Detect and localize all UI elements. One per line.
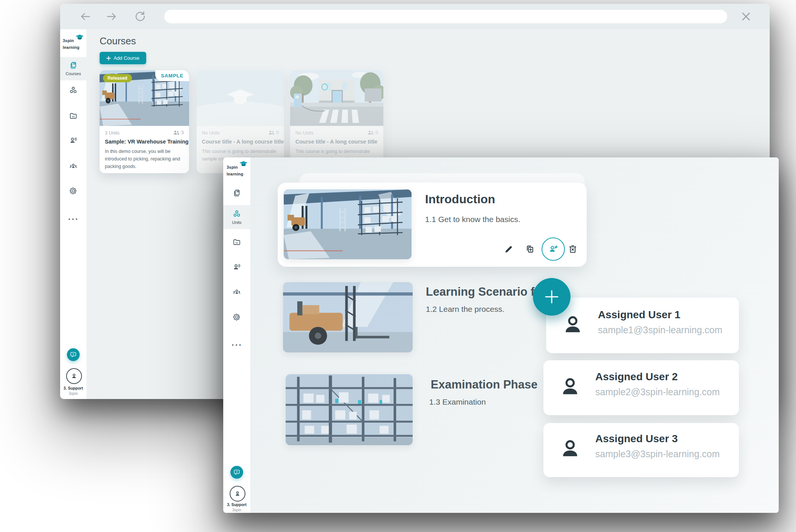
account-org: 3spin bbox=[223, 508, 250, 512]
address-bar-input[interactable] bbox=[164, 10, 727, 23]
brand-line2: learning bbox=[227, 172, 243, 176]
groups-icon[interactable] bbox=[69, 162, 78, 171]
people-count-icon bbox=[368, 130, 374, 135]
user-icon bbox=[558, 437, 582, 461]
svg-text:?: ? bbox=[73, 353, 74, 356]
courses-book-icon[interactable] bbox=[232, 189, 241, 198]
sidebar-item-units[interactable]: Units bbox=[223, 205, 250, 229]
sidebar-item-courses[interactable]: Courses bbox=[60, 57, 86, 80]
avatar-icon[interactable] bbox=[230, 486, 245, 502]
add-course-button[interactable]: Add Course bbox=[100, 52, 146, 64]
delete-trash-icon[interactable] bbox=[566, 243, 579, 255]
units-count: No Units bbox=[202, 130, 220, 136]
settings-gear-icon[interactable] bbox=[69, 186, 78, 195]
units-count: 3 Units bbox=[105, 130, 120, 136]
course-title: Sample: VR Warehouse Training bbox=[105, 139, 189, 145]
media-folder-icon[interactable] bbox=[69, 111, 78, 120]
duplicate-icon[interactable] bbox=[524, 243, 536, 255]
units-nodes-icon[interactable] bbox=[69, 86, 78, 95]
settings-gear-icon[interactable] bbox=[232, 313, 241, 322]
assigned-user-email: sample3@3spin-learning.com bbox=[595, 449, 720, 459]
assigned-count-group: 0 bbox=[268, 130, 279, 135]
assign-user-button[interactable] bbox=[542, 237, 565, 261]
people-count-icon bbox=[268, 130, 275, 135]
assigned-user-email: sample2@3spin-learning.com bbox=[595, 387, 720, 397]
plus-icon bbox=[543, 289, 560, 305]
forward-arrow-icon[interactable] bbox=[106, 11, 117, 22]
assigned-user-card[interactable]: Assigned User 1 sample1@3spin-learning.c… bbox=[546, 298, 739, 353]
back-sidebar: 3spin learning Courses bbox=[60, 29, 86, 399]
unit-thumbnail[interactable] bbox=[286, 374, 413, 445]
more-dots-icon[interactable]: ••• bbox=[223, 342, 250, 348]
assigned-count: 3 bbox=[181, 130, 184, 135]
units-nodes-icon bbox=[232, 209, 241, 218]
reload-icon[interactable] bbox=[135, 11, 146, 22]
sidebar-item-courses-label: Courses bbox=[60, 71, 86, 76]
unit-subtitle: 1.3 Examination bbox=[429, 397, 486, 407]
unit-subtitle: 1.1 Get to know the basics. bbox=[425, 215, 520, 224]
course-title: Course title - A long course title bbox=[295, 139, 377, 145]
sidebar-item-units-label: Units bbox=[223, 220, 250, 225]
course-card[interactable]: Released SAMPLE 3 Units 3 Sample: VR War… bbox=[100, 70, 189, 173]
users-icon[interactable] bbox=[69, 136, 78, 145]
back-arrow-icon[interactable] bbox=[80, 11, 91, 22]
front-sidebar: 3spin learning Units bbox=[223, 157, 250, 513]
status-badge: Released bbox=[103, 74, 132, 82]
unit-thumbnail[interactable] bbox=[284, 189, 412, 259]
unit-subtitle: 1.2 Learn the process. bbox=[426, 305, 504, 314]
units-count: No Units bbox=[295, 130, 313, 136]
front-window: 3spin learning Units bbox=[223, 157, 779, 513]
add-course-label: Add Course bbox=[113, 55, 139, 61]
assigned-user-card[interactable]: Assigned User 2 sample2@3spin-learning.c… bbox=[543, 360, 739, 415]
user-icon bbox=[558, 375, 582, 399]
account-name: 3. Support bbox=[223, 502, 250, 507]
assign-user-icon bbox=[548, 244, 558, 254]
unit-thumbnail[interactable] bbox=[283, 282, 413, 352]
unit-title: Introduction bbox=[425, 192, 495, 206]
plus-icon bbox=[106, 56, 111, 60]
brand-logo: 3spin learning bbox=[63, 35, 85, 51]
courses-book-icon bbox=[69, 61, 78, 70]
users-icon[interactable] bbox=[232, 263, 241, 272]
add-unit-fab[interactable] bbox=[533, 278, 571, 316]
course-title: Course title - A long course title bbox=[202, 139, 284, 145]
user-icon bbox=[561, 313, 584, 337]
assigned-user-name: Assigned User 1 bbox=[598, 309, 680, 321]
people-count-icon bbox=[173, 130, 180, 135]
assigned-count: 0 bbox=[375, 130, 378, 135]
help-bubble-icon[interactable]: ? bbox=[230, 466, 243, 479]
sample-tag: SAMPLE bbox=[155, 70, 189, 81]
media-folder-icon[interactable] bbox=[232, 237, 241, 246]
assigned-user-name: Assigned User 2 bbox=[595, 371, 678, 383]
course-thumbnail bbox=[290, 70, 383, 126]
screenshot-stage: 3spin learning Courses bbox=[0, 0, 796, 532]
more-dots-icon[interactable]: ••• bbox=[60, 216, 86, 222]
graduation-cap-icon bbox=[239, 161, 248, 167]
help-bubble-icon[interactable]: ? bbox=[67, 348, 80, 361]
front-content: Introduction 1.1 Get to know the basics. bbox=[250, 157, 779, 513]
brand-line1: 3spin bbox=[227, 165, 238, 169]
close-icon[interactable] bbox=[741, 12, 751, 21]
account-org: 3spin bbox=[60, 391, 86, 396]
assigned-user-email: sample1@3spin-learning.com bbox=[598, 325, 722, 336]
brand-line2: learning bbox=[63, 45, 79, 50]
groups-icon[interactable] bbox=[232, 287, 241, 296]
page-title: Courses bbox=[100, 35, 136, 47]
account-name: 3. Support bbox=[60, 386, 86, 390]
assigned-count: 0 bbox=[276, 130, 279, 135]
avatar-icon[interactable] bbox=[66, 368, 82, 384]
course-thumbnail-placeholder bbox=[197, 70, 284, 126]
unit-card-introduction[interactable]: Introduction 1.1 Get to know the basics. bbox=[278, 183, 587, 267]
assigned-count-group: 3 bbox=[173, 130, 184, 135]
assigned-user-card[interactable]: Assigned User 3 sample3@3spin-learning.c… bbox=[543, 423, 739, 477]
brand-logo: 3spin learning bbox=[227, 162, 248, 178]
browser-toolbar bbox=[60, 4, 770, 29]
assigned-user-name: Assigned User 3 bbox=[595, 433, 678, 445]
course-description: In this demo course, you will be introdu… bbox=[105, 148, 183, 170]
brand-line1: 3spin bbox=[63, 38, 74, 43]
graduation-cap-icon bbox=[76, 35, 84, 40]
svg-text:?: ? bbox=[236, 470, 238, 474]
unit-title: Examination Phase bbox=[431, 378, 537, 391]
assigned-count-group: 0 bbox=[368, 130, 378, 135]
edit-pencil-icon[interactable] bbox=[502, 243, 515, 255]
